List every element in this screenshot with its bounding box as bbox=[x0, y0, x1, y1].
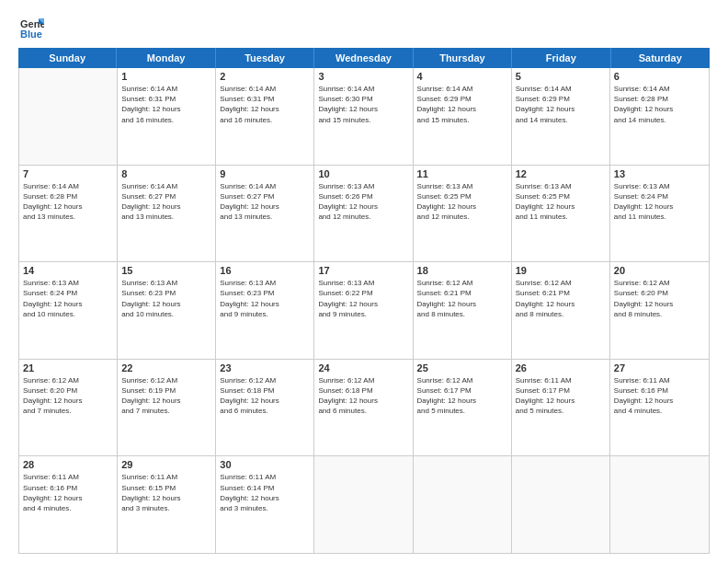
day-cell-27: 27Sunrise: 6:11 AM Sunset: 6:16 PM Dayli… bbox=[610, 360, 709, 456]
day-number: 12 bbox=[516, 168, 606, 179]
empty-cell bbox=[414, 456, 512, 553]
day-number: 25 bbox=[417, 362, 507, 373]
day-number: 27 bbox=[614, 362, 705, 373]
day-number: 24 bbox=[318, 362, 408, 373]
day-info: Sunrise: 6:12 AM Sunset: 6:18 PM Dayligh… bbox=[318, 375, 408, 417]
day-number: 2 bbox=[220, 71, 310, 82]
day-info: Sunrise: 6:13 AM Sunset: 6:23 PM Dayligh… bbox=[220, 278, 310, 319]
day-number: 29 bbox=[121, 459, 211, 470]
day-number: 8 bbox=[121, 168, 211, 179]
day-info: Sunrise: 6:12 AM Sunset: 6:17 PM Dayligh… bbox=[417, 375, 507, 417]
day-number: 5 bbox=[516, 71, 606, 82]
day-info: Sunrise: 6:13 AM Sunset: 6:26 PM Dayligh… bbox=[318, 181, 408, 223]
day-number: 11 bbox=[417, 168, 507, 179]
calendar-body: 1Sunrise: 6:14 AM Sunset: 6:31 PM Daylig… bbox=[18, 68, 710, 554]
page-header: General Blue bbox=[18, 15, 710, 40]
day-info: Sunrise: 6:11 AM Sunset: 6:14 PM Dayligh… bbox=[220, 472, 310, 513]
day-info: Sunrise: 6:12 AM Sunset: 6:20 PM Dayligh… bbox=[23, 375, 113, 417]
day-cell-22: 22Sunrise: 6:12 AM Sunset: 6:19 PM Dayli… bbox=[118, 360, 216, 456]
day-number: 19 bbox=[516, 265, 606, 276]
day-number: 1 bbox=[121, 71, 211, 82]
weekday-header-sunday: Sunday bbox=[18, 48, 117, 68]
day-number: 18 bbox=[417, 265, 507, 276]
day-cell-21: 21Sunrise: 6:12 AM Sunset: 6:20 PM Dayli… bbox=[19, 360, 118, 456]
weekday-header-monday: Monday bbox=[117, 48, 215, 68]
calendar-row: 21Sunrise: 6:12 AM Sunset: 6:20 PM Dayli… bbox=[19, 360, 709, 457]
empty-cell bbox=[512, 456, 610, 553]
weekday-header-thursday: Thursday bbox=[414, 48, 512, 68]
day-number: 22 bbox=[121, 362, 211, 373]
day-cell-2: 2Sunrise: 6:14 AM Sunset: 6:31 PM Daylig… bbox=[216, 68, 314, 165]
day-info: Sunrise: 6:14 AM Sunset: 6:28 PM Dayligh… bbox=[614, 84, 705, 125]
day-info: Sunrise: 6:12 AM Sunset: 6:21 PM Dayligh… bbox=[417, 278, 507, 319]
day-number: 10 bbox=[318, 168, 408, 179]
empty-cell bbox=[314, 456, 413, 553]
day-number: 26 bbox=[516, 362, 606, 373]
day-cell-28: 28Sunrise: 6:11 AM Sunset: 6:16 PM Dayli… bbox=[19, 456, 118, 553]
day-info: Sunrise: 6:14 AM Sunset: 6:27 PM Dayligh… bbox=[220, 181, 310, 223]
day-cell-13: 13Sunrise: 6:13 AM Sunset: 6:24 PM Dayli… bbox=[610, 166, 709, 262]
day-cell-8: 8Sunrise: 6:14 AM Sunset: 6:27 PM Daylig… bbox=[118, 166, 216, 262]
day-number: 23 bbox=[220, 362, 310, 373]
calendar-row: 7Sunrise: 6:14 AM Sunset: 6:28 PM Daylig… bbox=[19, 166, 709, 263]
calendar-row: 28Sunrise: 6:11 AM Sunset: 6:16 PM Dayli… bbox=[19, 456, 709, 553]
day-cell-10: 10Sunrise: 6:13 AM Sunset: 6:26 PM Dayli… bbox=[314, 166, 413, 262]
day-cell-30: 30Sunrise: 6:11 AM Sunset: 6:14 PM Dayli… bbox=[216, 456, 314, 553]
weekday-header-tuesday: Tuesday bbox=[216, 48, 314, 68]
calendar: SundayMondayTuesdayWednesdayThursdayFrid… bbox=[18, 48, 710, 554]
svg-text:Blue: Blue bbox=[20, 29, 42, 40]
day-info: Sunrise: 6:13 AM Sunset: 6:23 PM Dayligh… bbox=[121, 278, 211, 319]
empty-cell bbox=[19, 68, 118, 165]
day-cell-25: 25Sunrise: 6:12 AM Sunset: 6:17 PM Dayli… bbox=[414, 360, 512, 456]
calendar-row: 14Sunrise: 6:13 AM Sunset: 6:24 PM Dayli… bbox=[19, 262, 709, 360]
day-cell-12: 12Sunrise: 6:13 AM Sunset: 6:25 PM Dayli… bbox=[512, 166, 610, 262]
weekday-header-saturday: Saturday bbox=[611, 48, 710, 68]
day-info: Sunrise: 6:12 AM Sunset: 6:20 PM Dayligh… bbox=[614, 278, 705, 319]
day-cell-1: 1Sunrise: 6:14 AM Sunset: 6:31 PM Daylig… bbox=[118, 68, 216, 165]
day-info: Sunrise: 6:14 AM Sunset: 6:31 PM Dayligh… bbox=[121, 84, 211, 125]
day-info: Sunrise: 6:14 AM Sunset: 6:28 PM Dayligh… bbox=[23, 181, 113, 223]
day-info: Sunrise: 6:14 AM Sunset: 6:31 PM Dayligh… bbox=[220, 84, 310, 125]
day-number: 6 bbox=[614, 71, 705, 82]
day-number: 20 bbox=[614, 265, 705, 276]
day-info: Sunrise: 6:13 AM Sunset: 6:24 PM Dayligh… bbox=[614, 181, 705, 223]
day-cell-14: 14Sunrise: 6:13 AM Sunset: 6:24 PM Dayli… bbox=[19, 262, 118, 359]
day-number: 15 bbox=[121, 265, 211, 276]
day-cell-18: 18Sunrise: 6:12 AM Sunset: 6:21 PM Dayli… bbox=[414, 262, 512, 359]
logo: General Blue bbox=[18, 15, 48, 40]
day-number: 9 bbox=[220, 168, 310, 179]
day-cell-29: 29Sunrise: 6:11 AM Sunset: 6:15 PM Dayli… bbox=[118, 456, 216, 553]
day-cell-26: 26Sunrise: 6:11 AM Sunset: 6:17 PM Dayli… bbox=[512, 360, 610, 456]
day-info: Sunrise: 6:14 AM Sunset: 6:27 PM Dayligh… bbox=[121, 181, 211, 223]
day-number: 3 bbox=[318, 71, 408, 82]
day-cell-15: 15Sunrise: 6:13 AM Sunset: 6:23 PM Dayli… bbox=[118, 262, 216, 359]
day-cell-23: 23Sunrise: 6:12 AM Sunset: 6:18 PM Dayli… bbox=[216, 360, 314, 456]
day-info: Sunrise: 6:13 AM Sunset: 6:25 PM Dayligh… bbox=[516, 181, 606, 223]
calendar-row: 1Sunrise: 6:14 AM Sunset: 6:31 PM Daylig… bbox=[19, 68, 709, 166]
day-info: Sunrise: 6:11 AM Sunset: 6:17 PM Dayligh… bbox=[516, 375, 606, 417]
day-cell-7: 7Sunrise: 6:14 AM Sunset: 6:28 PM Daylig… bbox=[19, 166, 118, 262]
day-number: 7 bbox=[23, 168, 113, 179]
day-cell-11: 11Sunrise: 6:13 AM Sunset: 6:25 PM Dayli… bbox=[414, 166, 512, 262]
day-info: Sunrise: 6:13 AM Sunset: 6:25 PM Dayligh… bbox=[417, 181, 507, 223]
day-cell-3: 3Sunrise: 6:14 AM Sunset: 6:30 PM Daylig… bbox=[314, 68, 413, 165]
weekday-header-wednesday: Wednesday bbox=[314, 48, 413, 68]
day-cell-24: 24Sunrise: 6:12 AM Sunset: 6:18 PM Dayli… bbox=[314, 360, 413, 456]
day-cell-6: 6Sunrise: 6:14 AM Sunset: 6:28 PM Daylig… bbox=[610, 68, 709, 165]
day-number: 17 bbox=[318, 265, 408, 276]
day-number: 30 bbox=[220, 459, 310, 470]
day-cell-9: 9Sunrise: 6:14 AM Sunset: 6:27 PM Daylig… bbox=[216, 166, 314, 262]
empty-cell bbox=[610, 456, 709, 553]
day-info: Sunrise: 6:14 AM Sunset: 6:29 PM Dayligh… bbox=[417, 84, 507, 125]
day-number: 28 bbox=[23, 459, 113, 470]
day-cell-20: 20Sunrise: 6:12 AM Sunset: 6:20 PM Dayli… bbox=[610, 262, 709, 359]
day-info: Sunrise: 6:14 AM Sunset: 6:30 PM Dayligh… bbox=[318, 84, 408, 125]
day-cell-17: 17Sunrise: 6:13 AM Sunset: 6:22 PM Dayli… bbox=[314, 262, 413, 359]
day-info: Sunrise: 6:12 AM Sunset: 6:21 PM Dayligh… bbox=[516, 278, 606, 319]
day-info: Sunrise: 6:13 AM Sunset: 6:22 PM Dayligh… bbox=[318, 278, 408, 319]
day-number: 21 bbox=[23, 362, 113, 373]
day-info: Sunrise: 6:11 AM Sunset: 6:16 PM Dayligh… bbox=[23, 472, 113, 513]
day-info: Sunrise: 6:13 AM Sunset: 6:24 PM Dayligh… bbox=[23, 278, 113, 319]
day-number: 16 bbox=[220, 265, 310, 276]
day-number: 14 bbox=[23, 265, 113, 276]
